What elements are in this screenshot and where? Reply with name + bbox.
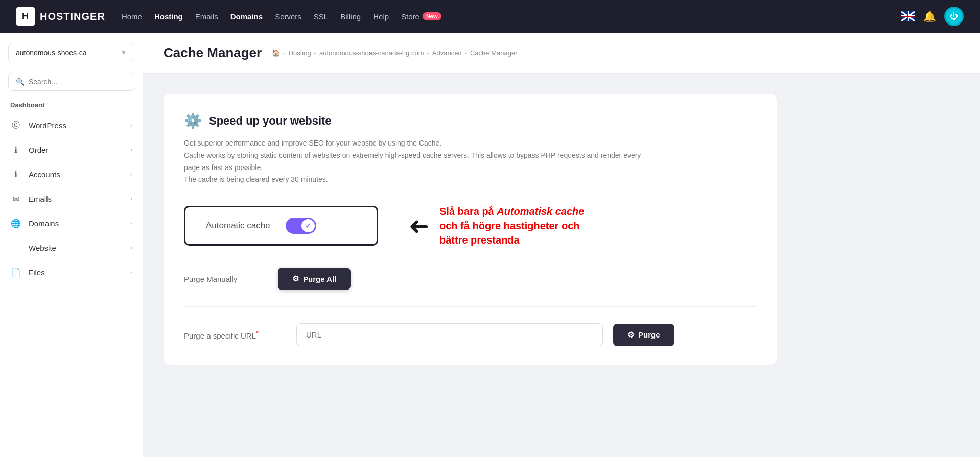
breadcrumb-sep: - [283,49,285,57]
annotation-line3: bättre prestanda [439,234,520,246]
power-button[interactable]: ⏻ [944,7,964,26]
arrow-annotation: ➜ Slå bara på Automatisk cache och få hö… [409,204,584,247]
wordpress-icon: ⓪ [10,119,21,131]
page-header: Cache Manager 🏠 - Hosting - autonomous-s… [143,33,980,74]
accounts-icon: ℹ [10,169,21,180]
sidebar-item-left: ✉ Emails [10,193,52,204]
topnav-right: 🔔 ⏻ [901,7,964,26]
speed-card-description: Get superior performance and improve SEO… [184,137,644,186]
breadcrumb-current: Cache Manager [470,49,518,57]
logo-icon: H [16,7,35,26]
sidebar-item-label: Domains [29,219,59,228]
nav-domains[interactable]: Domains [230,12,263,21]
content-area: ⚙️ Speed up your website Get superior pe… [143,74,980,385]
order-icon: ℹ [10,144,21,155]
nav-store-link[interactable]: Store [401,12,419,21]
sidebar-item-label: WordPress [29,121,66,130]
notification-bell-icon[interactable]: 🔔 [923,10,936,22]
nav-emails[interactable]: Emails [195,12,218,21]
breadcrumb-sep: - [314,49,316,57]
annotation-line1: Slå bara på [439,206,497,217]
main-layout: autonomous-shoes-ca ▼ 🔍 Dashboard ⓪ Word… [0,33,980,457]
sidebar-section-label: Dashboard [0,101,143,113]
search-icon: 🔍 [16,78,25,86]
sidebar-search-container[interactable]: 🔍 [8,73,134,91]
breadcrumb-sep: - [465,49,467,57]
sidebar-item-wordpress[interactable]: ⓪ WordPress › [0,113,143,137]
purge-btn-label: Purge [638,330,660,339]
store-new-badge: New [423,12,441,20]
purge-url-row: Purge a specific URL* ⚙ Purge [184,323,756,346]
main-content: Cache Manager 🏠 - Hosting - autonomous-s… [143,33,980,457]
gear-purge-icon: ⚙ [627,330,634,340]
chevron-down-icon: ▼ [121,49,127,56]
arrow-icon: ➜ [409,211,429,240]
nav-ssl[interactable]: SSL [314,12,328,21]
language-flag[interactable] [901,11,915,21]
gear-icon: ⚙️ [184,112,202,129]
globe-icon: 🌐 [10,218,21,229]
logo[interactable]: H HOSTINGER [16,7,105,26]
cache-toggle-box: Automatic cache ✓ [184,206,378,246]
sidebar-item-left: 🖥 Website [10,242,56,253]
chevron-right-icon: › [130,220,132,227]
sidebar-item-left: 🌐 Domains [10,218,59,229]
sidebar-item-label: Emails [29,195,52,203]
chevron-right-icon: › [130,195,132,202]
logo-text: HOSTINGER [40,11,105,22]
desc-line2: Cache works by storing static content of… [184,150,644,174]
sidebar-item-domains[interactable]: 🌐 Domains › [0,211,143,235]
sidebar-item-left: ⓪ WordPress [10,119,66,131]
annotation-line2: och få högre hastigheter och [439,220,579,231]
email-icon: ✉ [10,193,21,204]
sidebar-item-emails[interactable]: ✉ Emails › [0,186,143,211]
annotation-emphasis: Automatisk cache [497,206,584,217]
annotation-text: Slå bara på Automatisk cache och få högr… [439,204,584,247]
sidebar-item-left: ℹ Accounts [10,169,60,180]
breadcrumb-hosting[interactable]: Hosting [289,49,311,57]
breadcrumb-sep: - [427,49,429,57]
nav-servers[interactable]: Servers [275,12,301,21]
sidebar: autonomous-shoes-ca ▼ 🔍 Dashboard ⓪ Word… [0,33,143,457]
desc-line3: The cache is being cleared every 30 minu… [184,174,644,186]
sidebar-item-files[interactable]: 📄 Files › [0,260,143,284]
sidebar-item-label: Accounts [29,170,60,179]
sidebar-item-left: ℹ Order [10,144,48,155]
purge-all-button[interactable]: ⚙ Purge All [278,268,351,290]
domain-name: autonomous-shoes-ca [16,49,87,57]
domain-selector[interactable]: autonomous-shoes-ca ▼ [8,43,134,62]
topnav-menu: Home Hosting Emails Domains Servers SSL … [122,12,884,21]
automatic-cache-toggle[interactable]: ✓ [286,218,316,234]
sidebar-item-order[interactable]: ℹ Order › [0,137,143,162]
search-input[interactable] [29,78,127,86]
sidebar-item-label: Website [29,244,56,252]
desc-line1: Get superior performance and improve SEO… [184,137,644,150]
sidebar-item-label: Files [29,268,45,277]
breadcrumb-advanced[interactable]: Advanced [432,49,462,57]
url-input[interactable] [296,323,603,346]
breadcrumb: 🏠 - Hosting - autonomous-shoes-canada-hg… [272,49,517,57]
chevron-right-icon: › [130,122,132,129]
chevron-right-icon: › [130,269,132,276]
sidebar-item-accounts[interactable]: ℹ Accounts › [0,162,143,186]
breadcrumb-domain[interactable]: autonomous-shoes-canada-hg.com [319,49,424,57]
purge-button[interactable]: ⚙ Purge [613,324,674,346]
nav-hosting[interactable]: Hosting [154,12,183,21]
purge-manually-label: Purge Manually [184,275,266,283]
topnav: H HOSTINGER Home Hosting Emails Domains … [0,0,980,33]
nav-store[interactable]: Store New [401,12,441,21]
file-icon: 📄 [10,267,21,278]
nav-home[interactable]: Home [122,12,142,21]
purge-manually-row: Purge Manually ⚙ Purge All [184,268,756,307]
speed-card: ⚙️ Speed up your website Get superior pe… [164,94,777,365]
breadcrumb-home-icon: 🏠 [272,49,280,57]
page-title: Cache Manager [164,45,262,61]
nav-billing[interactable]: Billing [340,12,361,21]
cache-toggle-label: Automatic cache [206,221,270,231]
sidebar-item-website[interactable]: 🖥 Website › [0,235,143,260]
required-mark: * [256,330,259,337]
speed-card-title: ⚙️ Speed up your website [184,112,756,129]
sidebar-item-label: Order [29,146,48,154]
nav-help[interactable]: Help [373,12,389,21]
chevron-right-icon: › [130,171,132,178]
